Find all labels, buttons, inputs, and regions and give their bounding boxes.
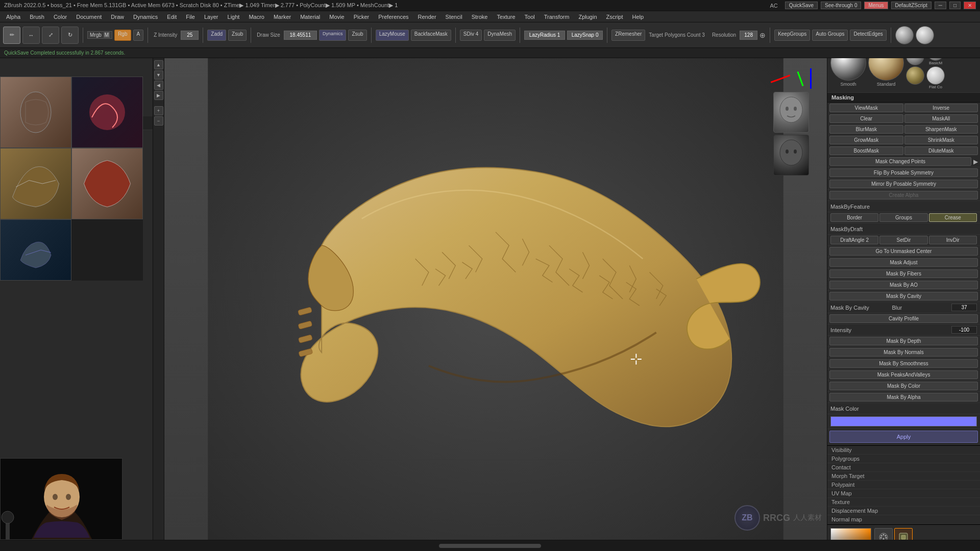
mask-adjust-button[interactable]: Mask Adjust <box>829 258 978 267</box>
masking-header[interactable]: Masking <box>827 93 980 103</box>
inverse-button[interactable]: Inverse <box>904 104 978 112</box>
stamp-icon[interactable] <box>894 528 913 540</box>
menu-preferences[interactable]: Preferences <box>374 13 412 21</box>
sdiv-button[interactable]: SDiv 4 <box>460 30 482 41</box>
material-basic-sphere[interactable] <box>895 26 914 44</box>
mask-by-smoothness-button[interactable]: Mask By Smoothness <box>829 359 978 368</box>
close-button[interactable]: ✕ <box>964 2 976 9</box>
boostmask-button[interactable]: BoostMask <box>829 146 903 155</box>
morph-target-item[interactable]: Morph Target <box>827 472 980 481</box>
seethrough-button[interactable]: See-through 0 <box>821 2 861 9</box>
rgb-button[interactable]: Rgb <box>114 30 131 41</box>
mirror-posable-button[interactable]: Mirror By Posable Symmetry <box>829 180 978 188</box>
zsub2-button[interactable]: Zsub <box>348 30 366 41</box>
menu-alpha[interactable]: Alpha <box>2 13 24 21</box>
menu-dynamics[interactable]: Dynamics <box>129 13 162 21</box>
goto-unmasked-button[interactable]: Go To Unmasked Center <box>829 247 978 256</box>
dilutemask-button[interactable]: DiluteMask <box>904 146 978 155</box>
menu-color[interactable]: Color <box>50 13 71 21</box>
maskall-button[interactable]: MaskAll <box>904 114 978 123</box>
menu-help[interactable]: Help <box>628 13 648 21</box>
polypaint-item[interactable]: Polypaint <box>827 481 980 489</box>
zadd-button[interactable]: Zadd <box>207 30 226 41</box>
mask-color-swatch[interactable] <box>830 416 977 427</box>
vp-tool-6[interactable]: − <box>154 116 163 126</box>
thumb-item-4[interactable] <box>71 148 143 219</box>
mask-by-normals-button[interactable]: Mask By Normals <box>829 348 978 357</box>
zremesher-button[interactable]: ZRemesher <box>611 30 645 41</box>
contact-item[interactable]: Contact <box>827 463 980 472</box>
flip-posable-button[interactable]: Flip By Posable Symmetry <box>829 168 978 177</box>
menu-zscript[interactable]: Zscript <box>602 13 627 21</box>
texture-item[interactable]: Texture <box>827 498 980 507</box>
head-preview-btn[interactable] <box>773 92 809 133</box>
autogroups-button[interactable]: Auto Groups <box>812 30 848 41</box>
minimize-button[interactable]: ─ <box>935 2 946 9</box>
menu-draw[interactable]: Draw <box>107 13 128 21</box>
menu-file[interactable]: File <box>182 13 199 21</box>
draw-size-input[interactable] <box>284 31 317 40</box>
thumb-item-2[interactable] <box>71 77 143 148</box>
move-button[interactable]: ↔ <box>22 27 40 44</box>
material-flat-sphere[interactable] <box>916 26 934 44</box>
mask-by-fibers-button[interactable]: Mask By Fibers <box>829 269 978 278</box>
growmask-button[interactable]: GrowMask <box>829 136 903 144</box>
mask-by-depth-button[interactable]: Mask By Depth <box>829 337 978 345</box>
rotate-button[interactable]: ↻ <box>61 27 79 44</box>
thumb-item-5[interactable] <box>0 219 71 281</box>
detectedges-button[interactable]: DetectEdges <box>850 30 886 41</box>
lazy-snap-input[interactable] <box>567 31 603 40</box>
a-button[interactable]: A <box>133 30 144 41</box>
maximize-button[interactable]: □ <box>949 2 961 9</box>
scale-button[interactable]: ⤢ <box>42 27 59 44</box>
menu-brush[interactable]: Brush <box>26 13 48 21</box>
crease-button[interactable]: Crease <box>929 213 977 222</box>
viewmask-button[interactable]: ViewMask <box>829 104 903 112</box>
mask-by-ao-button[interactable]: Mask By AO <box>829 281 978 289</box>
cavity-profile-button[interactable]: Cavity Profile <box>829 314 978 323</box>
dynamics-button[interactable]: Dynamics <box>319 30 347 41</box>
apply-button[interactable]: Apply <box>829 431 978 443</box>
mask-by-color-button[interactable]: Mask By Color <box>829 382 978 390</box>
visibility-item[interactable]: Visibility <box>827 446 980 455</box>
menu-transform[interactable]: Transform <box>540 13 574 21</box>
menu-stencil[interactable]: Stencil <box>442 13 467 21</box>
maskla-sphere[interactable] <box>906 66 924 85</box>
draftangle-button[interactable]: DraftAngle 2 <box>830 236 878 244</box>
menu-light[interactable]: Light <box>224 13 244 21</box>
menu-picker[interactable]: Picker <box>350 13 374 21</box>
intensity-value[interactable]: -100 <box>951 326 977 334</box>
setdir-button[interactable]: SetDir <box>879 236 927 244</box>
flatco-sphere[interactable] <box>926 66 945 85</box>
keepgroups-button[interactable]: KeepGroups <box>774 30 810 41</box>
menu-document[interactable]: Document <box>72 13 106 21</box>
menu-edit[interactable]: Edit <box>163 13 181 21</box>
z-intensity-input[interactable]: 25 <box>181 31 199 40</box>
mask-changed-points-button[interactable]: Mask Changed Points <box>829 157 971 166</box>
mask-peaks-button[interactable]: Mask PeaksAndValleys <box>829 370 978 379</box>
shrinkmask-button[interactable]: ShrinkMask <box>904 136 978 144</box>
thumb-item-1[interactable] <box>0 77 71 148</box>
mrgb-control[interactable]: Mrgb M <box>87 31 112 39</box>
uv-map-item[interactable]: UV Map <box>827 489 980 498</box>
color-picker-square[interactable] <box>830 528 871 540</box>
menu-render[interactable]: Render <box>414 13 440 21</box>
menu-zplugin[interactable]: Zplugin <box>574 13 601 21</box>
mask-by-alpha-button[interactable]: Mask By Alpha <box>829 393 978 402</box>
groups-button[interactable]: Groups <box>879 213 927 222</box>
sharpenmask-button[interactable]: SharpenMask <box>904 125 978 134</box>
vp-tool-4[interactable]: ▶ <box>154 91 163 100</box>
thumb-item-3[interactable] <box>0 148 71 219</box>
menu-texture[interactable]: Texture <box>493 13 519 21</box>
blur-value[interactable]: 37 <box>951 304 977 311</box>
bottom-slider[interactable] <box>439 544 541 548</box>
border-button[interactable]: Border <box>830 213 878 222</box>
mask-by-cavity-button[interactable]: Mask By Cavity <box>829 292 978 300</box>
quicksave-button[interactable]: QuickSave <box>785 2 818 9</box>
invdir-button[interactable]: InvDir <box>929 236 977 244</box>
mask-changed-expand[interactable]: ▶ <box>973 158 978 165</box>
viewport[interactable] <box>164 58 827 540</box>
resolution-expand[interactable]: ⊕ <box>760 31 766 39</box>
menu-stroke[interactable]: Stroke <box>468 13 492 21</box>
menu-marker[interactable]: Marker <box>270 13 295 21</box>
